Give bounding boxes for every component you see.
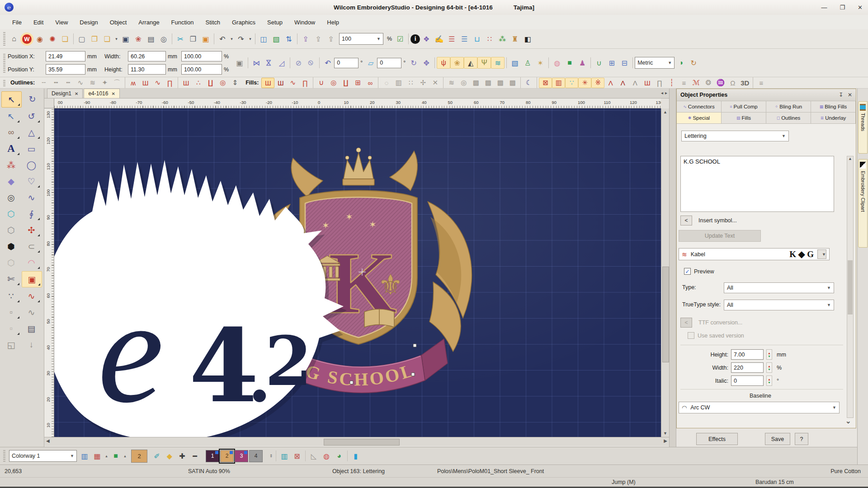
fill-wheel-icon[interactable]: ❂	[702, 78, 714, 88]
document-tab-design1[interactable]: Design1✕	[47, 89, 83, 98]
fill-fan-icon[interactable]: ※	[591, 78, 604, 88]
fill-dots-icon[interactable]: ∵	[565, 78, 578, 88]
toolbar-grip[interactable]	[3, 450, 5, 462]
italic-input[interactable]	[731, 375, 764, 386]
hexagon-offset-tool[interactable]: ⬡	[1, 222, 21, 238]
fill-needle-a2-icon[interactable]: Λ	[617, 78, 629, 88]
redo-icon[interactable]: ↷	[235, 33, 247, 45]
lettering-text-input[interactable]: K.G SCHOOL	[680, 156, 834, 212]
width-percent-input[interactable]	[181, 51, 222, 61]
stamp-icon[interactable]: ♜	[509, 33, 521, 45]
properties-tab-fills[interactable]: ▨Fills	[722, 113, 766, 123]
fill-sculpt-icon[interactable]: Ω	[726, 78, 739, 88]
position-x-input[interactable]	[46, 51, 85, 61]
knife-tool[interactable]: ✄	[1, 271, 21, 286]
fill-texture1-icon[interactable]: ▩	[470, 78, 482, 88]
fill-texture3-icon[interactable]: ▩	[494, 78, 506, 88]
lettering-width-input[interactable]	[731, 362, 764, 373]
buddy-icon[interactable]: ♙	[521, 57, 534, 69]
outline-satin-icon[interactable]: ʍ	[127, 78, 139, 88]
fill-texture2-icon[interactable]: ▩	[482, 78, 494, 88]
auto-start-end-icon[interactable]: ◑	[675, 57, 687, 69]
outline-triple-run-icon[interactable]: ╍	[50, 78, 62, 88]
freehand-tool[interactable]: ∮	[22, 206, 41, 221]
fill-coil-icon[interactable]: ◎	[327, 78, 340, 88]
menu-view[interactable]: View	[49, 15, 74, 29]
fill-fur-icon[interactable]: ♒	[714, 78, 726, 88]
fill-lines-icon[interactable]: ≡	[678, 78, 690, 88]
export-image-icon[interactable]: ❀	[132, 33, 145, 45]
properties-tab-special[interactable]: ✱Special	[677, 113, 722, 123]
outline-run-icon[interactable]: ╌	[38, 78, 50, 88]
outline-satin-raised-icon[interactable]: Ш	[139, 78, 151, 88]
chevron-down-icon[interactable]: ▼	[832, 405, 836, 410]
fill-program-split-icon[interactable]: ∪	[315, 78, 327, 88]
wilcom-home-icon[interactable]: W	[22, 34, 32, 44]
team-figures-icon[interactable]: ♟	[576, 57, 589, 69]
vertical-scroll-thumb[interactable]	[662, 267, 669, 362]
stitch-edit-tool[interactable]: ∞	[1, 125, 21, 140]
panel-scroll-thumb[interactable]	[848, 260, 853, 314]
palette-caret[interactable]: ▴	[104, 450, 109, 462]
scroll-right-icon[interactable]: ▶	[664, 438, 667, 443]
outline-e-stitch-icon[interactable]: Ш	[180, 78, 192, 88]
toolbar-grip[interactable]	[3, 79, 5, 87]
menu-function[interactable]: Function	[165, 15, 200, 29]
properties-tab-pull-comp[interactable]: ≡Pull Comp	[722, 101, 766, 112]
color-blend-icon[interactable]: ☾	[523, 78, 535, 88]
width-input[interactable]	[128, 51, 166, 61]
outline-stemstitch-icon[interactable]: ⌒	[111, 78, 123, 88]
horizontal-scroll-thumb[interactable]	[324, 439, 400, 446]
mirror-vertical-icon[interactable]: ⋈	[263, 56, 275, 69]
ellipse-tool[interactable]: ◯	[22, 157, 41, 173]
undo-caret[interactable]: ▾	[229, 33, 235, 45]
balloon-design-icon[interactable]: ◉	[33, 33, 46, 45]
redo-caret[interactable]: ▾	[247, 33, 253, 45]
import-export-icon[interactable]: ⇅	[283, 33, 295, 45]
product-caret[interactable]: ▴	[122, 450, 128, 462]
outline-sculpture-icon[interactable]: ┅	[62, 78, 74, 88]
preview-checkbox[interactable]: ✓	[684, 268, 691, 275]
insert-symbol-link[interactable]: Insert symbol...	[698, 217, 737, 224]
ttf-back-button[interactable]: <	[680, 318, 692, 328]
fill-stripe-icon[interactable]: ▥	[392, 78, 405, 88]
design-library-icon[interactable]: ❏	[59, 33, 71, 45]
italic-spinner[interactable]: ▲▼	[766, 375, 772, 386]
layout-rings-tool[interactable]: ◎	[1, 190, 21, 205]
canvas-horizontal-scrollbar[interactable]: ◀ ▶	[44, 437, 669, 446]
truetype-style-combobox[interactable]: All ▼	[724, 300, 834, 310]
design-information-icon[interactable]: i	[410, 34, 420, 44]
menu-object[interactable]: Object	[104, 15, 133, 29]
select-tool[interactable]: ↖	[1, 91, 22, 108]
chevron-down-icon[interactable]: ▼	[782, 134, 786, 138]
tab-close-icon[interactable]: ✕	[75, 91, 78, 96]
panel-close-icon[interactable]: ✕	[848, 92, 852, 98]
zigzag-gray-tool[interactable]: ∿	[22, 305, 41, 320]
fill-needle-a1-icon[interactable]: Λ	[604, 78, 617, 88]
garment-icon[interactable]: ■	[563, 57, 576, 69]
outline-more-icon[interactable]: ⇕	[229, 78, 241, 88]
fill-arrow-icon[interactable]: ✢	[417, 78, 429, 88]
outline-sprinkle-icon[interactable]: ∴	[192, 78, 204, 88]
monogram-tool[interactable]: ◆	[1, 174, 21, 189]
hexagon-outline-tool[interactable]: ⬡	[1, 206, 21, 221]
feather-edge-icon[interactable]: ψ	[437, 57, 450, 69]
product-color-icon[interactable]: ■	[109, 450, 122, 462]
send-to-machine-icon[interactable]: ⇪	[312, 33, 325, 45]
send-to-connection-icon[interactable]: ⇪	[325, 33, 337, 45]
menu-file[interactable]: File	[6, 15, 28, 29]
baseline-combobox[interactable]: ◠ Arc CW ▼	[679, 402, 840, 413]
hexagon-light-tool[interactable]: ⬡	[1, 255, 21, 270]
open-curve-tool[interactable]: ↺	[22, 108, 41, 124]
arc-tool[interactable]: ◠	[22, 255, 41, 270]
outline-zigzag-red-icon[interactable]: ∿	[151, 78, 164, 88]
properties-tab-connectors[interactable]: ∿Connectors	[677, 101, 722, 112]
home-icon[interactable]: ⌂	[8, 33, 20, 45]
fill-needle-a3-icon[interactable]: Λ	[629, 78, 641, 88]
panel-scroll-up-icon[interactable]: ▲	[847, 156, 853, 161]
tab-scroll-right[interactable]: ▸	[665, 90, 667, 95]
height-percent-input[interactable]	[181, 64, 222, 75]
thread-spool-icon[interactable]: ▮	[349, 450, 362, 462]
properties-tab-underlay[interactable]: ≣Underlay	[811, 113, 856, 123]
panel-splitter[interactable]	[669, 89, 676, 465]
